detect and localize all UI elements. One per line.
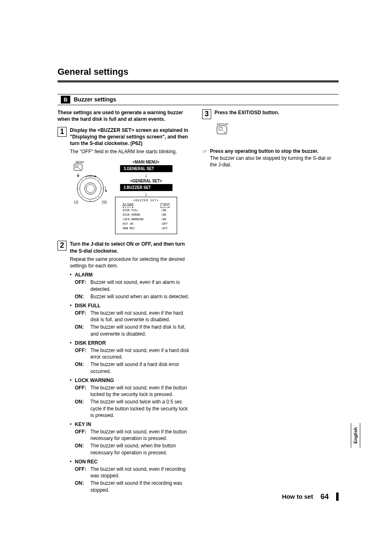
settings-list: •ALARMOFF:Buzzer will not sound, even if… bbox=[70, 272, 192, 493]
osd-k4: KEY IN bbox=[122, 222, 145, 226]
setting-title: KEY IN bbox=[75, 421, 192, 428]
section-title: Buzzer settings bbox=[74, 96, 116, 104]
left-column: These settings are used to generate a wa… bbox=[58, 109, 192, 493]
on-label: ON: bbox=[75, 361, 90, 374]
footer: How to set 64 bbox=[282, 492, 339, 502]
svg-line-10 bbox=[81, 196, 83, 198]
bullet-dot: • bbox=[70, 302, 75, 337]
on-text: The buzzer will sound, when the button n… bbox=[90, 442, 192, 456]
step-2-bold: Turn the J-dial to select ON or OFF, and… bbox=[70, 241, 185, 253]
off-label: OFF: bbox=[75, 347, 90, 360]
exit-osd-label: EXIT/OSD bbox=[217, 123, 229, 125]
osd-k3: LOCK WARNING bbox=[122, 218, 145, 221]
bullet-dot: • bbox=[70, 272, 75, 300]
off-text: The buzzer will not sound, even if the h… bbox=[90, 310, 192, 323]
step-number: 3 bbox=[202, 109, 211, 119]
menu-label: MENU bbox=[76, 161, 84, 164]
on-label: ON: bbox=[75, 480, 90, 493]
osd-k1: DISK FULL bbox=[122, 209, 145, 212]
step-2-sub: Repeat the same procedure for selecting … bbox=[70, 256, 192, 269]
bullet-dot: • bbox=[70, 421, 75, 456]
osd-screen: <BUZZER SET> ALARM:OFF DISK FULL:ON DISK… bbox=[115, 197, 177, 235]
svg-rect-15 bbox=[219, 127, 222, 130]
menu-bar-2: 2.BUZZER SET bbox=[120, 184, 173, 191]
title-rule bbox=[58, 81, 339, 83]
setting-title: ALARM bbox=[75, 272, 192, 278]
pointer-icon: ☞ bbox=[202, 148, 208, 168]
off-label: OFF: bbox=[75, 428, 90, 442]
on-label: ON: bbox=[75, 293, 90, 300]
on-label: ON: bbox=[75, 324, 90, 337]
osd-k0: ALARM bbox=[124, 204, 132, 207]
menu-heading-1: <MAIN MENU> bbox=[133, 159, 159, 165]
osd-title: <BUZZER SET> bbox=[116, 199, 176, 203]
bullet-dot: • bbox=[70, 377, 75, 419]
language-tab: English bbox=[351, 423, 360, 448]
off-text: The buzzer will not sound, even if a har… bbox=[90, 347, 192, 360]
step-number: 2 bbox=[58, 241, 67, 251]
step-3: 3 Press the EXIT/OSD button. bbox=[202, 109, 337, 119]
exit-button-svg: EXIT/OSD bbox=[214, 122, 231, 138]
on-text: The buzzer will sound if a hard disk err… bbox=[90, 361, 192, 374]
osd-v2: :ON bbox=[160, 213, 170, 217]
setting-item: •NON RECOFF:The buzzer will not sound, e… bbox=[70, 458, 192, 493]
osd-k2: DISK ERROR bbox=[122, 213, 145, 217]
off-text: The buzzer will not sound, even if the b… bbox=[90, 428, 192, 442]
note-bold: Press any operating button to stop the b… bbox=[210, 148, 318, 154]
down-arrow-icon: ↓ bbox=[145, 192, 148, 196]
off-text: The buzzer will not sound, even if recor… bbox=[90, 466, 192, 479]
note-block: ☞ Press any operating button to stop the… bbox=[202, 148, 337, 168]
setting-title: DISK ERROR bbox=[75, 340, 192, 346]
step-number: 1 bbox=[58, 127, 67, 137]
on-text: The buzzer will sound twice with a 0.5 s… bbox=[90, 398, 192, 419]
svg-point-3 bbox=[80, 178, 101, 199]
dial-figure: MENU bbox=[70, 159, 192, 234]
menu-heading-2: <GENERAL SET> bbox=[130, 178, 162, 184]
setting-title: LOCK WARNING bbox=[75, 377, 192, 384]
svg-point-13 bbox=[86, 184, 95, 193]
bullet-dot: • bbox=[70, 458, 75, 493]
setting-item: •KEY INOFF:The buzzer will not sound, ev… bbox=[70, 421, 192, 456]
page-number: 64 bbox=[321, 492, 329, 502]
osd-v5: :OFF bbox=[160, 227, 170, 230]
svg-rect-14 bbox=[217, 126, 227, 134]
osd-v1: :ON bbox=[160, 209, 170, 212]
off-label: OFF: bbox=[75, 279, 90, 292]
step-3-bold: Press the EXIT/OSD button. bbox=[214, 110, 279, 115]
osd-k5: NON REC bbox=[122, 227, 145, 230]
on-label: ON: bbox=[75, 442, 90, 456]
off-label: OFF: bbox=[75, 310, 90, 323]
off-label: OFF: bbox=[75, 385, 90, 398]
step-1: 1 Display the <BUZZER SET> screen as exp… bbox=[58, 127, 192, 147]
setting-title: NON REC bbox=[75, 458, 192, 465]
step-1-bold: Display the <BUZZER SET> screen as expla… bbox=[70, 127, 188, 146]
section-tag: B bbox=[61, 96, 70, 104]
svg-point-2 bbox=[77, 175, 104, 202]
on-text: Buzzer will sound when an alarm is detec… bbox=[90, 293, 192, 300]
setting-item: •LOCK WARNINGOFF:The buzzer will not sou… bbox=[70, 377, 192, 419]
setting-item: •DISK ERROROFF:The buzzer will not sound… bbox=[70, 340, 192, 375]
on-text: The buzzer will sound if the recording w… bbox=[90, 480, 192, 493]
dial-svg: MENU bbox=[70, 159, 111, 204]
right-column: 3 Press the EXIT/OSD button. EXIT/OSD ☞ … bbox=[202, 109, 337, 493]
menu-bar-1: 3.GENERAL SET bbox=[120, 165, 173, 172]
bullet-dot: • bbox=[70, 340, 75, 375]
note-text: The buzzer can also be stopped by turnin… bbox=[210, 155, 337, 168]
page-title: General settings bbox=[58, 66, 339, 78]
intro-text: These settings are used to generate a wa… bbox=[58, 109, 192, 122]
s-label: (S) bbox=[102, 200, 107, 204]
on-text: The buzzer will sound if the hard disk i… bbox=[90, 324, 192, 337]
footer-label: How to set bbox=[282, 493, 313, 501]
svg-rect-1 bbox=[76, 166, 78, 168]
off-text: The buzzer will not sound, even if the b… bbox=[90, 385, 192, 398]
footer-bar bbox=[336, 493, 339, 501]
osd-v3: :ON bbox=[160, 218, 170, 221]
setting-title: DISK FULL bbox=[75, 302, 192, 309]
svg-line-9 bbox=[98, 180, 99, 181]
setting-item: •DISK FULLOFF:The buzzer will not sound,… bbox=[70, 302, 192, 337]
down-arrow-icon: ↓ bbox=[145, 173, 148, 177]
menu-stack: <MAIN MENU> 3.GENERAL SET ↓ <GENERAL SET… bbox=[115, 159, 177, 234]
exit-button-figure: EXIT/OSD bbox=[214, 122, 337, 140]
j-label: (J) bbox=[74, 200, 78, 204]
on-label: ON: bbox=[75, 398, 90, 419]
